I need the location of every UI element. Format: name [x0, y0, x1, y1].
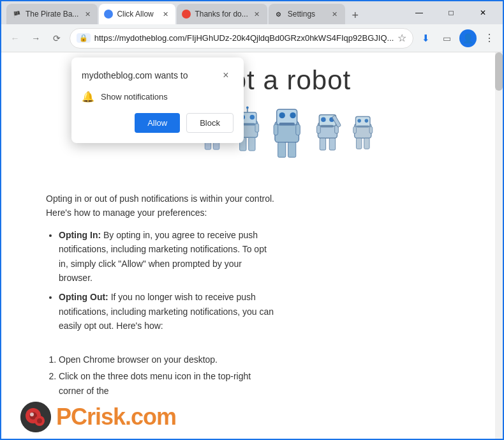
minimize-button[interactable]: —	[404, 1, 434, 24]
tab-close-4[interactable]: ✕	[330, 9, 340, 19]
sidebar-toggle-button[interactable]: ▭	[438, 29, 456, 47]
scrollbar[interactable]	[495, 52, 503, 439]
notification-row: 🔔 Show notifications	[82, 91, 233, 103]
tab-pirate-bay[interactable]: 🏴 The Pirate Ba... ✕	[6, 4, 98, 24]
pcrisk-logo-svg	[20, 402, 51, 432]
address-bar-input[interactable]: 🔒 https://mydotheblog.com/FIjHGhUDz-20k4…	[70, 28, 414, 49]
article-list-item-2: Opting Out: If you no longer wish to rec…	[59, 290, 276, 333]
browser-frame: 🏴 The Pirate Ba... ✕ Click Allow ✕ Thank…	[1, 1, 503, 439]
svg-rect-34	[317, 126, 321, 133]
popup-header: mydotheblog.com wants to ×	[82, 68, 233, 83]
svg-rect-17	[249, 137, 255, 151]
popup-close-button[interactable]: ×	[218, 68, 233, 83]
pcrisk-com: .com	[125, 404, 176, 430]
tab-settings[interactable]: ⚙ Settings ✕	[269, 4, 345, 24]
article-list: Opting In: By opting in, you agree to re…	[46, 228, 276, 333]
svg-rect-37	[329, 138, 335, 150]
svg-point-23	[290, 112, 295, 118]
svg-point-53	[30, 413, 34, 416]
back-button[interactable]: ←	[6, 29, 24, 47]
svg-rect-36	[320, 138, 325, 150]
tab-favicon-3	[182, 10, 191, 19]
svg-rect-45	[369, 126, 373, 133]
show-notifications-label: Show notifications	[101, 92, 168, 102]
opting-in-title: Opting In:	[59, 230, 101, 240]
tab-title-1: The Pirate Ba...	[26, 10, 78, 19]
close-button[interactable]: ✕	[468, 1, 498, 24]
article-content: Opting in or out of push notifications i…	[46, 192, 276, 398]
tab-title-2: Click Allow	[117, 10, 156, 19]
address-bar: ← → ⟳ 🔒 https://mydotheblog.com/FIjHGhUD…	[1, 24, 503, 52]
refresh-button[interactable]: ⟳	[48, 29, 66, 47]
security-lock-icon: 🔒	[77, 33, 91, 43]
svg-point-42	[365, 119, 369, 123]
tabs-bar: 🏴 The Pirate Ba... ✕ Click Allow ✕ Thank…	[6, 1, 402, 24]
url-text: https://mydotheblog.com/FIjHGhUDz-20k4Qj…	[94, 33, 394, 43]
bell-icon: 🔔	[82, 91, 94, 103]
svg-point-12	[250, 115, 255, 120]
article-steps: Open Chrome browser on your desktop. Cli…	[46, 353, 276, 398]
title-bar: 🏴 The Pirate Ba... ✕ Click Allow ✕ Thank…	[1, 1, 503, 24]
svg-rect-33	[320, 125, 334, 128]
svg-point-41	[357, 119, 361, 123]
tab-favicon-2	[104, 10, 113, 19]
svg-point-19	[246, 107, 249, 109]
bookmark-star-icon[interactable]: ☆	[397, 32, 406, 44]
svg-rect-24	[279, 123, 295, 126]
pcrisk-text: PCrisk.com	[56, 404, 176, 430]
new-tab-button[interactable]: +	[346, 6, 364, 24]
download-button[interactable]: ⬇	[417, 29, 434, 47]
svg-rect-25	[274, 125, 278, 135]
popup-title: mydotheblog.com wants to	[82, 70, 188, 80]
pcrisk-risk: risk	[87, 404, 125, 430]
svg-rect-26	[296, 125, 300, 135]
opting-out-title: Opting Out:	[59, 292, 108, 302]
page-content: mydotheblog.com wants to × 🔔 Show notifi…	[1, 52, 503, 439]
article-list-item-1: Opting In: By opting in, you agree to re…	[59, 228, 276, 285]
svg-rect-28	[288, 142, 296, 157]
tab-title-4: Settings	[288, 10, 326, 19]
svg-rect-43	[357, 126, 369, 128]
svg-rect-46	[356, 138, 361, 149]
pcrisk-logo-area: PCrisk.com	[20, 402, 176, 432]
profile-button[interactable]: 👤	[459, 29, 477, 47]
maximize-button[interactable]: □	[436, 1, 466, 24]
tab-close-2[interactable]: ✕	[160, 9, 170, 19]
pcrisk-logo-icon	[20, 402, 51, 432]
tab-close-1[interactable]: ✕	[82, 9, 93, 19]
article-intro: Opting in or out of push notifications i…	[46, 192, 276, 220]
svg-rect-44	[353, 126, 357, 133]
popup-buttons: Allow Block	[82, 113, 233, 133]
block-button[interactable]: Block	[186, 113, 233, 133]
svg-rect-27	[278, 142, 286, 157]
window-controls: — □ ✕	[404, 1, 498, 24]
tab-favicon-1: 🏴	[11, 9, 22, 19]
step-2: Click on the three dots menu icon in the…	[59, 369, 276, 398]
svg-point-52	[37, 418, 42, 423]
svg-rect-15	[255, 124, 259, 132]
scrollbar-thumb[interactable]	[495, 52, 503, 91]
allow-button[interactable]: Allow	[135, 113, 180, 133]
svg-point-22	[279, 112, 285, 118]
tab-click-allow[interactable]: Click Allow ✕	[99, 4, 175, 24]
notification-permission-popup: mydotheblog.com wants to × 🔔 Show notifi…	[71, 57, 244, 143]
tab-title-3: Thanks for do...	[195, 10, 248, 19]
pcrisk-pc: PC	[56, 404, 87, 430]
svg-rect-47	[364, 138, 369, 149]
tab-close-3[interactable]: ✕	[252, 9, 262, 19]
svg-point-31	[321, 117, 326, 122]
chrome-menu-button[interactable]: ⋮	[480, 29, 498, 47]
forward-button[interactable]: →	[27, 29, 45, 47]
tab-favicon-4: ⚙	[274, 9, 284, 19]
tab-thanks[interactable]: Thanks for do... ✕	[177, 4, 267, 24]
step-1: Open Chrome browser on your desktop.	[59, 353, 276, 367]
